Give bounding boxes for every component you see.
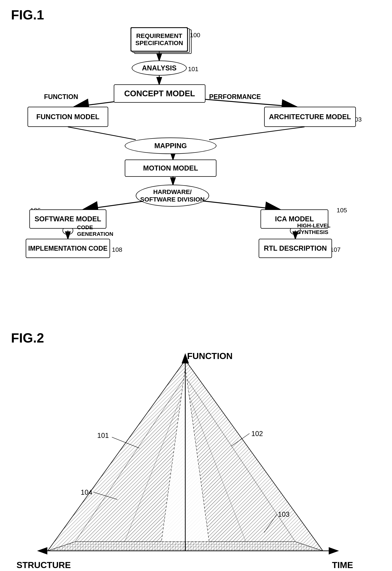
structure-axis-label: STRUCTURE [16,560,71,570]
mapping-ellipse: MAPPING [125,138,217,154]
function-label: FUNCTION [44,93,78,101]
rtl-description-box: RTL DESCRIPTION [259,239,332,258]
code-generation-label: CODE GENERATION [77,224,113,237]
ref-100: 100 [190,31,200,39]
architecture-model-box: ARCHITECTURE MODEL [264,107,356,127]
function-model-box: FUNCTION MODEL [28,107,108,127]
ref-105: 105 [337,207,347,214]
ref-108: 108 [112,246,122,253]
fig2-label: FIG.2 [11,330,381,345]
time-axis-label: TIME [332,560,353,570]
function-axis-label: FUNCTION [187,351,232,361]
fig1-diagram: REQUIREMENT SPECIFICATION 100 ANALYSIS 1… [11,26,378,316]
analysis-ellipse: ANALYSIS [132,60,187,75]
hwsw-ellipse: HARDWARE/ SOFTWARE DIVISION [136,185,209,207]
concept-model-box: CONCEPT MODEL [114,84,205,103]
svg-line-9 [68,127,136,140]
implementation-code-box: IMPLEMENTATION CODE [26,239,110,258]
motion-model-box: MOTION MODEL [125,159,217,177]
ref-102-fig2: 102 [251,430,263,438]
ref-101-fig2: 101 [97,432,109,440]
svg-line-14 [196,200,279,209]
svg-line-10 [209,127,305,140]
fig2-diagram: FUNCTION STRUCTURE TIME 101 102 103 104 [11,349,378,571]
ref-103-fig2: 103 [278,511,290,518]
fig1-label: FIG.1 [11,7,381,22]
ref-101-fig1: 101 [188,65,199,73]
high-level-synthesis-label: HIGH-LEVEL SYNTHESIS [297,222,331,235]
ref-104-fig2: 104 [81,488,92,496]
performance-label: PERFORMANCE [209,93,261,101]
requirement-spec-box: REQUIREMENT SPECIFICATION [131,28,188,51]
